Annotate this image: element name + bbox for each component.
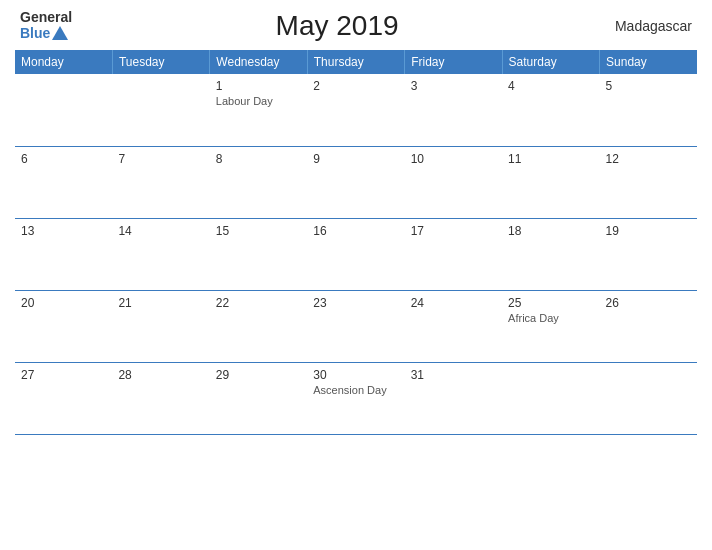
day-number: 16 [313,224,398,238]
calendar-week-2: 6789101112 [15,146,697,218]
day-number: 20 [21,296,106,310]
calendar-cell: 14 [112,218,209,290]
day-header-wednesday: Wednesday [210,50,307,74]
calendar-cell: 24 [405,290,502,362]
day-number: 10 [411,152,496,166]
day-number: 1 [216,79,301,93]
calendar-cell: 13 [15,218,112,290]
calendar-week-3: 13141516171819 [15,218,697,290]
day-number: 28 [118,368,203,382]
calendar-cell [502,362,599,434]
calendar-cell: 23 [307,290,404,362]
day-number: 14 [118,224,203,238]
day-number: 15 [216,224,301,238]
day-number: 25 [508,296,593,310]
day-number: 12 [606,152,691,166]
calendar-cell: 10 [405,146,502,218]
day-number: 27 [21,368,106,382]
calendar-cell: 31 [405,362,502,434]
day-number: 19 [606,224,691,238]
page-header: General Blue May 2019 Madagascar [15,10,697,42]
calendar-body: 1Labour Day23456789101112131415161718192… [15,74,697,434]
logo-blue-text: Blue [20,26,72,42]
calendar-cell: 25Africa Day [502,290,599,362]
calendar-cell: 4 [502,74,599,146]
day-number: 17 [411,224,496,238]
calendar-cell: 2 [307,74,404,146]
country-label: Madagascar [602,18,692,34]
day-number: 6 [21,152,106,166]
day-number: 22 [216,296,301,310]
day-number: 13 [21,224,106,238]
calendar-cell [112,74,209,146]
calendar-cell: 28 [112,362,209,434]
day-number: 8 [216,152,301,166]
day-number: 4 [508,79,593,93]
day-number: 30 [313,368,398,382]
logo-triangle-icon [52,26,68,40]
calendar-cell: 8 [210,146,307,218]
holiday-name: Labour Day [216,95,301,107]
calendar-cell: 21 [112,290,209,362]
day-header-sunday: Sunday [600,50,697,74]
calendar-cell: 6 [15,146,112,218]
day-number: 11 [508,152,593,166]
day-header-monday: Monday [15,50,112,74]
calendar-cell: 17 [405,218,502,290]
calendar-cell: 29 [210,362,307,434]
day-header-tuesday: Tuesday [112,50,209,74]
day-number: 2 [313,79,398,93]
day-number: 5 [606,79,691,93]
day-header-friday: Friday [405,50,502,74]
day-number: 9 [313,152,398,166]
calendar-cell: 5 [600,74,697,146]
calendar-cell: 27 [15,362,112,434]
holiday-name: Ascension Day [313,384,398,396]
logo-general-text: General [20,10,72,25]
day-number: 7 [118,152,203,166]
logo: General Blue [20,10,72,41]
calendar-cell: 26 [600,290,697,362]
calendar-week-1: 1Labour Day2345 [15,74,697,146]
day-number: 24 [411,296,496,310]
calendar-cell: 7 [112,146,209,218]
calendar-table: MondayTuesdayWednesdayThursdayFridaySatu… [15,50,697,435]
day-header-row: MondayTuesdayWednesdayThursdayFridaySatu… [15,50,697,74]
calendar-cell: 9 [307,146,404,218]
day-header-thursday: Thursday [307,50,404,74]
day-number: 26 [606,296,691,310]
day-number: 3 [411,79,496,93]
day-number: 31 [411,368,496,382]
calendar-header: MondayTuesdayWednesdayThursdayFridaySatu… [15,50,697,74]
calendar-cell: 18 [502,218,599,290]
calendar-cell: 30Ascension Day [307,362,404,434]
calendar-cell [15,74,112,146]
calendar-week-5: 27282930Ascension Day31 [15,362,697,434]
calendar-cell: 1Labour Day [210,74,307,146]
calendar-cell [600,362,697,434]
calendar-cell: 16 [307,218,404,290]
calendar-cell: 15 [210,218,307,290]
calendar-cell: 11 [502,146,599,218]
holiday-name: Africa Day [508,312,593,324]
day-number: 29 [216,368,301,382]
day-header-saturday: Saturday [502,50,599,74]
calendar-cell: 22 [210,290,307,362]
calendar-cell: 19 [600,218,697,290]
day-number: 21 [118,296,203,310]
day-number: 18 [508,224,593,238]
calendar-cell: 20 [15,290,112,362]
calendar-cell: 3 [405,74,502,146]
day-number: 23 [313,296,398,310]
calendar-cell: 12 [600,146,697,218]
calendar-week-4: 202122232425Africa Day26 [15,290,697,362]
calendar-title: May 2019 [72,10,602,42]
